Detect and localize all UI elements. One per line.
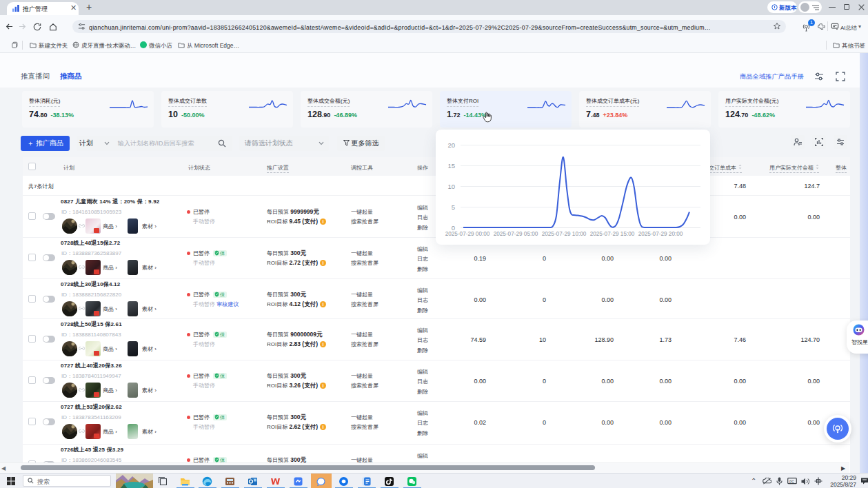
svg-text:PC: PC bbox=[789, 480, 794, 484]
